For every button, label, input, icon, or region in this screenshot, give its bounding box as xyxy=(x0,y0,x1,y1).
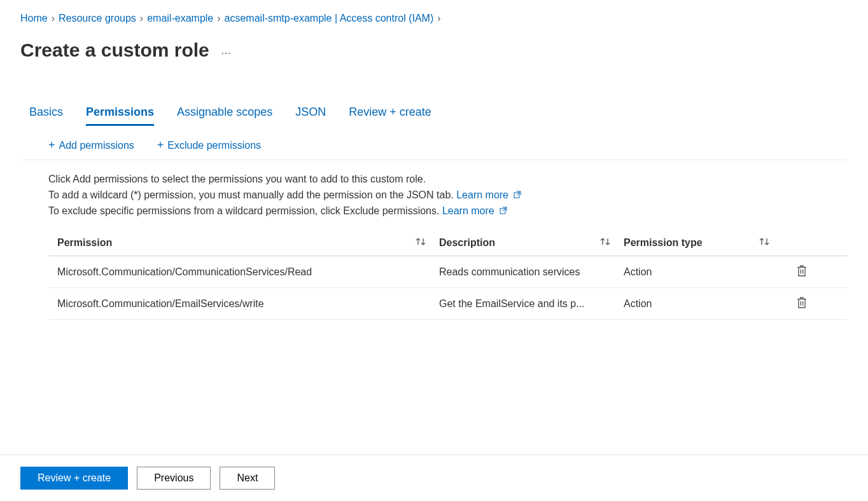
delete-row-button[interactable] xyxy=(795,296,808,312)
cell-permission-type: Action xyxy=(624,266,783,278)
review-create-button[interactable]: Review + create xyxy=(20,467,128,490)
sort-permission-icon[interactable] xyxy=(415,237,426,249)
cell-description: Reads communication services xyxy=(439,266,624,278)
cell-description: Get the EmailService and its p... xyxy=(439,298,624,310)
add-permissions-label: Add permissions xyxy=(59,140,134,151)
table-row: Microsoft.Communication/EmailServices/wr… xyxy=(48,288,848,320)
intro-text: Click Add permissions to select the perm… xyxy=(20,172,848,219)
col-permission-type-header: Permission type xyxy=(624,237,703,249)
tab-json[interactable]: JSON xyxy=(295,106,326,126)
table-header: Permission Description Permission type xyxy=(48,231,848,256)
learn-more-label: Learn more xyxy=(456,189,508,200)
chevron-right-icon: › xyxy=(437,13,440,24)
page-title: Create a custom role xyxy=(20,39,209,61)
sort-permission-type-icon[interactable] xyxy=(759,237,770,249)
external-link-icon xyxy=(500,203,507,219)
chevron-right-icon: › xyxy=(52,13,55,24)
trash-icon xyxy=(797,265,807,277)
breadcrumb-resource-groups[interactable]: Resource groups xyxy=(59,13,136,24)
intro-line-3: To exclude specific permissions from a w… xyxy=(48,205,442,216)
chevron-right-icon: › xyxy=(140,13,143,24)
tab-review-create[interactable]: Review + create xyxy=(349,106,431,126)
breadcrumb: Home › Resource groups › email-example ›… xyxy=(20,13,848,24)
cell-permission: Microsoft.Communication/EmailServices/wr… xyxy=(57,298,439,310)
cell-permission: Microsoft.Communication/CommunicationSer… xyxy=(57,266,439,278)
breadcrumb-iam[interactable]: acsemail-smtp-example | Access control (… xyxy=(225,13,434,24)
previous-button[interactable]: Previous xyxy=(137,467,211,490)
permissions-table: Permission Description Permission type xyxy=(20,231,848,320)
exclude-permissions-button[interactable]: + Exclude permissions xyxy=(157,139,261,152)
tab-bar: Basics Permissions Assignable scopes JSO… xyxy=(20,106,848,126)
tab-assignable-scopes[interactable]: Assignable scopes xyxy=(177,106,272,126)
cell-permission-type: Action xyxy=(624,298,783,310)
learn-more-label: Learn more xyxy=(442,205,494,216)
breadcrumb-email-example[interactable]: email-example xyxy=(147,13,213,24)
chevron-right-icon: › xyxy=(217,13,220,24)
footer: Review + create Previous Next xyxy=(0,455,868,501)
trash-icon xyxy=(797,297,807,308)
intro-line-1: Click Add permissions to select the perm… xyxy=(48,172,848,188)
more-actions-icon[interactable]: ⋯ xyxy=(221,47,231,59)
sort-description-icon[interactable] xyxy=(599,237,611,249)
learn-more-wildcard-link[interactable]: Learn more xyxy=(456,189,521,200)
next-button[interactable]: Next xyxy=(220,467,275,490)
tab-basics[interactable]: Basics xyxy=(29,106,63,126)
intro-line-2: To add a wildcard (*) permission, you mu… xyxy=(48,189,456,200)
delete-row-button[interactable] xyxy=(795,264,808,280)
plus-icon: + xyxy=(48,139,55,152)
col-permission-header: Permission xyxy=(57,237,112,249)
add-permissions-button[interactable]: + Add permissions xyxy=(48,139,134,152)
col-description-header: Description xyxy=(439,237,495,249)
plus-icon: + xyxy=(157,139,164,152)
action-bar: + Add permissions + Exclude permissions xyxy=(20,139,848,160)
learn-more-exclude-link[interactable]: Learn more xyxy=(442,205,507,216)
external-link-icon xyxy=(514,188,521,203)
tab-permissions[interactable]: Permissions xyxy=(86,106,154,126)
table-row: Microsoft.Communication/CommunicationSer… xyxy=(48,256,848,288)
breadcrumb-home[interactable]: Home xyxy=(20,13,48,24)
exclude-permissions-label: Exclude permissions xyxy=(167,140,261,151)
